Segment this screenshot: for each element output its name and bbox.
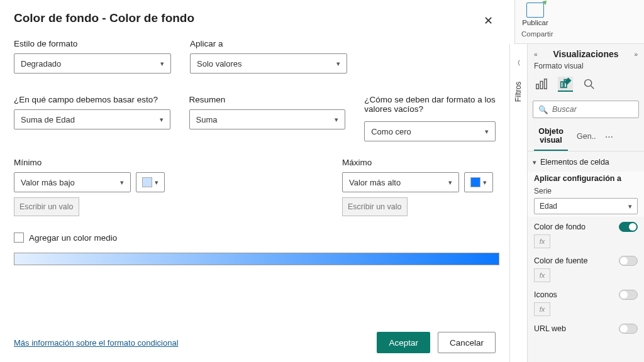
dialog-title: Color de fondo - Color de fondo <box>14 11 496 25</box>
filters-sidebar-collapsed[interactable]: ⟨ Filtros <box>509 44 527 362</box>
empty-values-value: Como cero <box>371 127 411 136</box>
tab-visual[interactable]: Objeto visual <box>534 123 568 151</box>
base-field-label: ¿En qué campo debemos basar esto? <box>14 95 170 104</box>
empty-values-select[interactable]: Como cero ▾ <box>364 121 496 141</box>
summary-select[interactable]: Suma ▾ <box>189 109 346 129</box>
min-value: Valor más bajo <box>21 178 75 187</box>
url-toggle[interactable] <box>619 324 638 334</box>
max-select[interactable]: Valor más alto ▾ <box>342 172 459 192</box>
max-color-picker[interactable]: ▾ <box>464 172 493 192</box>
max-value-input[interactable] <box>342 197 408 216</box>
search-placeholder: Buscar <box>552 105 577 114</box>
panel-title: Visualizaciones <box>553 49 618 59</box>
series-select[interactable]: Edad ▾ <box>534 198 638 214</box>
chevron-down-icon: ▾ <box>336 60 340 68</box>
prop-font-label: Color de fuente <box>534 256 587 265</box>
min-color-swatch <box>142 177 152 187</box>
font-color-toggle[interactable] <box>619 256 638 266</box>
summary-value: Suma <box>196 115 218 124</box>
bg-fx-button[interactable]: fx <box>534 234 550 248</box>
icons-fx-button[interactable]: fx <box>534 302 550 316</box>
format-visual-icon[interactable] <box>558 77 573 92</box>
chevron-down-icon: ▾ <box>628 202 632 211</box>
close-button[interactable]: ✕ <box>479 11 498 30</box>
publish-button[interactable]: Publicar <box>519 3 552 26</box>
accept-button[interactable]: Aceptar <box>377 332 430 353</box>
learn-more-link[interactable]: Más información sobre el formato condici… <box>14 338 179 348</box>
build-visual-icon[interactable] <box>534 77 549 92</box>
base-field-value: Suma de Edad <box>21 115 75 124</box>
apply-to-select[interactable]: Solo valores ▾ <box>190 53 347 74</box>
visualizations-panel: « Visualizaciones » Formato visual 🔍 Bus… <box>527 44 644 362</box>
bg-color-toggle[interactable] <box>619 222 638 232</box>
max-value: Valor más alto <box>349 178 401 187</box>
prop-icons-label: Iconos <box>534 290 557 299</box>
conditional-formatting-dialog: Color de fondo - Color de fondo ✕ Estilo… <box>0 0 509 362</box>
icons-toggle[interactable] <box>619 290 638 300</box>
max-color-swatch <box>470 177 480 187</box>
add-middle-color-checkbox[interactable] <box>14 233 24 243</box>
svg-rect-1 <box>540 81 543 89</box>
chevron-down-icon: ▾ <box>335 116 338 124</box>
search-icon: 🔍 <box>538 105 548 114</box>
add-middle-color-label: Agregar un color medio <box>29 233 117 243</box>
apply-to-label: Aplicar a <box>190 39 347 48</box>
empty-values-label: ¿Cómo se deben dar formato a los valores… <box>364 95 496 116</box>
base-field-select[interactable]: Suma de Edad ▾ <box>14 109 170 129</box>
gradient-preview <box>14 253 499 265</box>
summary-label: Resumen <box>189 95 346 104</box>
min-color-picker[interactable]: ▾ <box>136 172 165 192</box>
panel-subtitle: Formato visual <box>528 62 644 74</box>
prop-url-label: URL web <box>534 324 566 333</box>
chevron-down-icon: ▾ <box>485 128 489 136</box>
chevron-down-icon: ▾ <box>160 116 164 124</box>
expand-icon: ⟨ <box>518 59 520 66</box>
apply-config-label: Aplicar configuración a <box>534 174 638 183</box>
max-label: Máximo <box>342 158 499 167</box>
format-style-label: Estilo de formato <box>14 39 171 48</box>
search-input[interactable]: 🔍 Buscar <box>533 101 639 118</box>
cancel-button[interactable]: Cancelar <box>438 332 496 353</box>
collapse-icon[interactable]: « <box>534 51 538 58</box>
font-fx-button[interactable]: fx <box>534 268 550 282</box>
min-label: Mínimo <box>14 158 171 167</box>
min-select[interactable]: Valor más bajo ▾ <box>14 172 131 192</box>
filters-label: Filtros <box>514 82 523 102</box>
svg-rect-0 <box>536 84 539 89</box>
format-style-value: Degradado <box>21 59 61 69</box>
chevron-down-icon: ▾ <box>448 178 452 187</box>
svg-rect-2 <box>545 79 547 89</box>
close-icon: ✕ <box>484 14 493 27</box>
publish-icon <box>526 3 544 18</box>
svg-rect-3 <box>561 82 564 87</box>
chevron-down-icon: ▾ <box>120 178 124 187</box>
tab-general[interactable]: Gen.. <box>577 128 596 146</box>
ribbon-fragment: Publicar Compartir <box>514 0 644 44</box>
share-label: Compartir <box>519 30 553 38</box>
chevron-down-icon: ▾ <box>533 158 536 167</box>
prop-bg-label: Color de fondo <box>534 222 586 231</box>
chevron-down-icon: ▾ <box>483 178 487 187</box>
expand-icon[interactable]: » <box>634 51 638 58</box>
apply-to-value: Solo valores <box>197 59 242 69</box>
series-label: Serie <box>534 187 638 195</box>
chevron-down-icon: ▾ <box>155 178 158 187</box>
analytics-icon[interactable] <box>582 77 597 92</box>
cell-elements-group[interactable]: ▾ Elementos de celda <box>528 151 644 172</box>
chevron-down-icon: ▾ <box>160 60 164 68</box>
min-value-input[interactable] <box>14 197 79 216</box>
svg-point-5 <box>585 80 592 87</box>
format-style-select[interactable]: Degradado ▾ <box>14 53 171 74</box>
tab-more[interactable]: ⋯ <box>605 128 613 146</box>
